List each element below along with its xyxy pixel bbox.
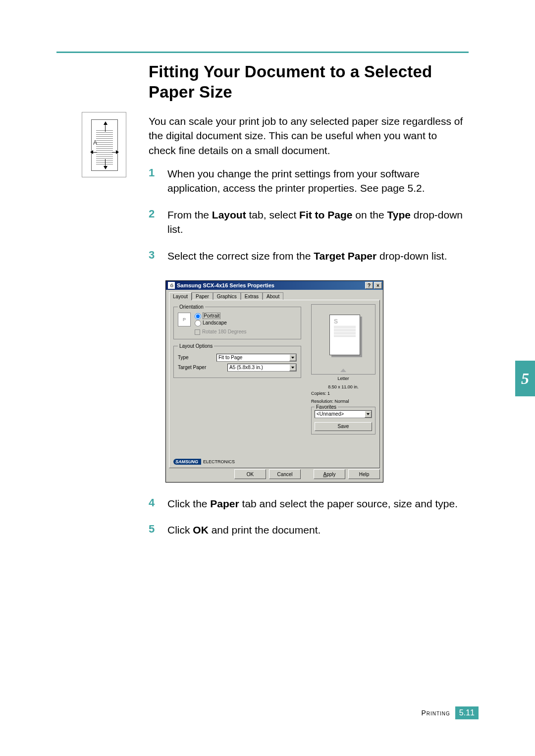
save-button[interactable]: Save: [315, 422, 372, 431]
preview-paper-name: Letter: [311, 375, 375, 383]
bold: Type: [387, 209, 411, 220]
tab-graphics[interactable]: Graphics: [213, 292, 241, 300]
radio-landscape[interactable]: Landscape: [195, 320, 227, 326]
step-2: 2 From the Layout tab, select Fit to Pag…: [149, 208, 466, 237]
brand-sub: ELECTRONICS: [203, 459, 235, 464]
favorites-dropdown[interactable]: <Unnamed>: [315, 410, 372, 418]
close-button[interactable]: ×: [374, 282, 382, 289]
tab-about[interactable]: About: [263, 292, 283, 300]
orientation-legend: Orientation: [178, 304, 205, 310]
ok-button[interactable]: OK: [234, 469, 266, 479]
layout-options-group: Layout Options Type Fit to Page Target P…: [173, 343, 301, 378]
page-footer: Printing 5.11: [421, 706, 479, 719]
dialog-button-row: OK Cancel Apply Help: [169, 469, 380, 479]
step-number: 4: [149, 496, 167, 511]
type-value: Fit to Page: [218, 355, 242, 360]
rotate-label: Rotate 180 Degrees: [202, 329, 247, 334]
step-body: Select the correct size from the Target …: [167, 249, 466, 263]
favorites-legend: Favorites: [315, 404, 338, 410]
preview-box: S: [311, 304, 375, 375]
bold: Fit to Page: [299, 209, 352, 220]
step-4: 4 Click the Paper tab and select the pap…: [149, 496, 466, 511]
cancel-button[interactable]: Cancel: [269, 469, 301, 479]
chevron-up-icon: [340, 369, 346, 372]
printer-properties-dialog: ⎙ Samsung SCX-4x16 Series Properties ? ×…: [165, 280, 383, 483]
favorites-group: Favorites <Unnamed> Save: [311, 407, 375, 434]
orientation-icon: P: [178, 313, 191, 326]
target-paper-dropdown[interactable]: A5 (5.8x8.3 in.): [227, 364, 297, 372]
brand-logo: SAMSUNG ELECTRONICS: [173, 459, 235, 465]
step-3: 3 Select the correct size from the Targe…: [149, 249, 466, 263]
step-number: 3: [149, 249, 167, 263]
page-title: Fitting Your Document to a Selected Pape…: [149, 61, 466, 103]
favorites-value: <Unnamed>: [317, 411, 344, 417]
chapter-tab: 5: [515, 361, 535, 396]
step-5: 5 Click OK and print the document.: [149, 523, 466, 537]
step-body: Click the Paper tab and select the paper…: [167, 496, 466, 511]
step-body: When you change the print settings from …: [167, 166, 466, 196]
preview-pane: S Letter 8.50 x 11.00 in. Copies: 1 Reso…: [311, 304, 375, 434]
radio-portrait-input[interactable]: [195, 313, 201, 320]
chevron-down-icon[interactable]: [289, 364, 296, 371]
step-number: 5: [149, 523, 167, 537]
step-text: When you change the print settings from …: [167, 168, 425, 194]
steps-after-list: 4 Click the Paper tab and select the pap…: [149, 496, 466, 549]
radio-landscape-input[interactable]: [195, 320, 201, 326]
brand-name: SAMSUNG: [173, 459, 201, 465]
apply-button[interactable]: Apply: [314, 469, 345, 479]
bold: Target Paper: [314, 250, 376, 262]
chevron-down-icon[interactable]: [289, 354, 296, 361]
dialog-titlebar: ⎙ Samsung SCX-4x16 Series Properties ? ×: [166, 281, 383, 290]
tab-extras[interactable]: Extras: [241, 292, 263, 300]
diagram-label-a: A: [93, 139, 97, 146]
printer-icon: ⎙: [168, 282, 175, 289]
type-label: Type: [178, 355, 216, 360]
tab-strip: Layout Paper Graphics Extras About: [166, 290, 383, 300]
top-rule: [56, 52, 469, 53]
bold: OK: [193, 524, 209, 536]
orientation-group: Orientation P Portrait Landscape Rotate …: [173, 304, 301, 339]
preview-paper-dims: 8.50 x 11.00 in.: [311, 383, 375, 391]
preview-copies: Copies: 1: [311, 391, 375, 399]
layout-options-legend: Layout Options: [178, 343, 214, 349]
footer-section: Printing: [421, 709, 450, 717]
help-button[interactable]: ?: [365, 282, 373, 289]
target-paper-value: A5 (5.8x8.3 in.): [229, 365, 263, 370]
bold: Layout: [212, 209, 246, 220]
step-body: From the Layout tab, select Fit to Page …: [167, 208, 466, 237]
target-paper-label: Target Paper: [178, 365, 216, 370]
bold: Paper: [210, 498, 239, 509]
dialog-title: Samsung SCX-4x16 Series Properties: [177, 282, 274, 288]
step-text: From the: [167, 209, 212, 220]
tab-layout[interactable]: Layout: [169, 292, 192, 300]
step-text: Select the correct size from the: [167, 250, 314, 262]
radio-portrait[interactable]: Portrait: [195, 313, 227, 320]
rotate-checkbox[interactable]: [195, 329, 200, 335]
fit-page-diagram: A: [82, 112, 126, 177]
tab-body: Orientation P Portrait Landscape Rotate …: [169, 300, 380, 468]
rotate-checkbox-row: Rotate 180 Degrees: [195, 329, 297, 335]
intro-text: You can scale your print job to any sele…: [149, 114, 466, 158]
step-number: 1: [149, 166, 167, 196]
tab-paper[interactable]: Paper: [192, 292, 213, 300]
step-1: 1 When you change the print settings fro…: [149, 166, 466, 196]
step-body: Click OK and print the document.: [167, 523, 466, 537]
chevron-down-icon[interactable]: [365, 411, 372, 418]
step-number: 2: [149, 208, 167, 237]
help-button[interactable]: Help: [348, 469, 380, 479]
preview-page-icon: S: [329, 315, 360, 355]
footer-page-box: 5.11: [455, 706, 479, 719]
type-dropdown[interactable]: Fit to Page: [216, 354, 297, 362]
steps-list: 1 When you change the print settings fro…: [149, 166, 466, 275]
